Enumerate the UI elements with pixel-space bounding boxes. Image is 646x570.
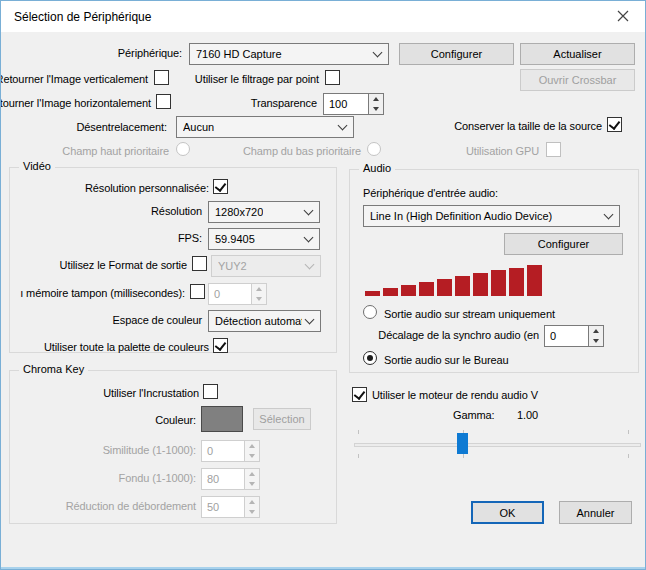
point-filtering-checkbox[interactable] <box>325 70 340 85</box>
deinterlacing-label: Désentrelacement: <box>76 121 167 133</box>
title-bar: Sélection de Périphérique <box>1 1 645 32</box>
slider-tick <box>463 454 464 458</box>
color-select-button[interactable]: Sélection <box>253 408 311 430</box>
configure-button[interactable]: Configurer <box>399 43 514 65</box>
chevron-down-icon <box>373 47 383 57</box>
slider-tick <box>628 454 629 458</box>
gamma-value: 1.00 <box>517 409 538 421</box>
slider-tick <box>358 430 359 434</box>
stream-only-radio[interactable] <box>363 305 377 319</box>
chevron-down-icon <box>338 120 348 130</box>
flip-vertical-label: Retourner l'Image verticalement <box>0 73 148 85</box>
slider-tick <box>358 454 359 458</box>
meter-bar <box>491 270 506 296</box>
spin-down-icon[interactable] <box>245 451 259 461</box>
meter-bar <box>437 279 452 296</box>
colorspace-select[interactable]: Détection automati <box>208 310 321 332</box>
chroma-key-group-title: Chroma Key <box>19 363 88 375</box>
transparency-label: Transparence <box>251 97 317 109</box>
gpu-checkbox[interactable] <box>546 142 561 157</box>
chevron-down-icon <box>305 314 315 324</box>
fps-select[interactable]: 59.9405 <box>208 228 320 250</box>
meter-bar <box>383 288 398 296</box>
meter-bar <box>419 282 434 296</box>
buffer-checkbox[interactable] <box>190 284 205 299</box>
spin-down-icon[interactable] <box>245 507 259 517</box>
audio-renderer-checkbox[interactable] <box>352 387 367 402</box>
video-group-title: Vidéo <box>19 160 55 172</box>
audio-sync-spinner[interactable]: 0 <box>544 325 604 347</box>
keep-source-size-checkbox[interactable] <box>607 117 622 132</box>
custom-resolution-checkbox[interactable] <box>213 179 228 194</box>
output-format-label: Utilisez le Format de sortie <box>60 259 187 271</box>
buffer-label: ı mémoire tampon (millisecondes): <box>20 287 185 299</box>
blend-label: Fondu (1-1000): <box>119 472 196 484</box>
chevron-down-icon <box>304 232 314 242</box>
audio-sync-label: Décalage de la synchro audio (en <box>378 329 539 341</box>
spin-down-icon[interactable] <box>252 294 266 304</box>
stream-only-label: Sortie audio sur stream uniquement <box>384 308 555 320</box>
color-swatch <box>201 406 243 432</box>
spill-reduction-label: Réduction de débordement <box>66 500 196 512</box>
flip-horizontal-label: Retourner l'Image horizontalement <box>0 97 151 109</box>
spill-reduction-spinner[interactable]: 50 <box>201 496 260 518</box>
dialog-title: Sélection de Périphérique <box>14 10 151 24</box>
slider-tick <box>628 430 629 434</box>
open-crossbar-button[interactable]: Ouvrir Crossbar <box>520 69 635 91</box>
full-palette-label: Utiliser toute la palette de couleurs <box>44 341 209 353</box>
meter-bar <box>365 291 380 296</box>
use-chroma-checkbox[interactable] <box>203 384 218 399</box>
gpu-label: Utilisation GPU <box>466 145 539 157</box>
spin-down-icon[interactable] <box>589 336 603 346</box>
spin-up-icon[interactable] <box>245 441 259 451</box>
colorspace-label: Espace de couleur <box>113 314 202 326</box>
spin-up-icon[interactable] <box>245 497 259 507</box>
device-select[interactable]: 7160 HD Capture <box>189 43 389 65</box>
window-border <box>1 567 645 569</box>
use-chroma-label: Utiliser l'Incrustation <box>103 387 199 399</box>
field-bottom-radio[interactable] <box>367 142 381 156</box>
close-icon <box>617 10 629 22</box>
audio-renderer-label: Utiliser le moteur de rendu audio V <box>372 389 538 401</box>
spin-up-icon[interactable] <box>245 469 259 479</box>
device-label: Périphérique: <box>118 47 182 59</box>
gamma-slider-thumb[interactable] <box>457 433 468 454</box>
buffer-spinner[interactable]: 0 <box>208 283 267 305</box>
spin-down-icon[interactable] <box>245 479 259 489</box>
flip-horizontal-checkbox[interactable] <box>156 94 171 109</box>
keep-source-size-label: Conserver la taille de la source <box>454 120 602 132</box>
transparency-spinner[interactable]: 100 <box>323 93 384 115</box>
chroma-color-label: Couleur: <box>155 414 196 426</box>
meter-bar <box>401 285 416 296</box>
audio-input-select[interactable]: Line In (High Definition Audio Device) <box>363 205 620 227</box>
spin-down-icon[interactable] <box>369 104 383 114</box>
spin-up-icon[interactable] <box>369 94 383 104</box>
custom-resolution-label: Résolution personnalisée: <box>85 182 209 194</box>
full-palette-checkbox[interactable] <box>213 338 228 353</box>
meter-bar <box>455 276 470 296</box>
refresh-button[interactable]: Actualiser <box>520 43 635 65</box>
gamma-slider-track[interactable] <box>354 443 641 447</box>
output-format-checkbox[interactable] <box>192 256 207 271</box>
spin-up-icon[interactable] <box>252 284 266 294</box>
deinterlacing-select[interactable]: Aucun <box>176 116 354 138</box>
audio-configure-button[interactable]: Configurer <box>504 233 623 255</box>
desktop-audio-radio[interactable] <box>363 351 377 365</box>
field-top-radio[interactable] <box>176 142 190 156</box>
audio-input-label: Périphérique d'entrée audio: <box>363 187 498 199</box>
similarity-label: Similitude (1-1000): <box>103 444 196 456</box>
similarity-spinner[interactable]: 0 <box>201 440 260 462</box>
spin-up-icon[interactable] <box>589 326 603 336</box>
desktop-audio-label: Sortie audio sur le Bureau <box>384 354 509 366</box>
cancel-button[interactable]: Annuler <box>559 501 632 524</box>
resolution-label: Résolution <box>151 205 202 217</box>
close-button[interactable] <box>600 1 645 31</box>
fps-label: FPS: <box>178 232 202 244</box>
ok-button[interactable]: OK <box>471 501 544 524</box>
blend-spinner[interactable]: 80 <box>201 468 260 490</box>
flip-vertical-checkbox[interactable] <box>154 70 169 85</box>
resolution-select[interactable]: 1280x720 <box>208 201 320 223</box>
meter-bar <box>473 273 488 296</box>
chevron-down-icon <box>305 259 315 269</box>
output-format-select[interactable]: YUY2 <box>211 255 321 277</box>
